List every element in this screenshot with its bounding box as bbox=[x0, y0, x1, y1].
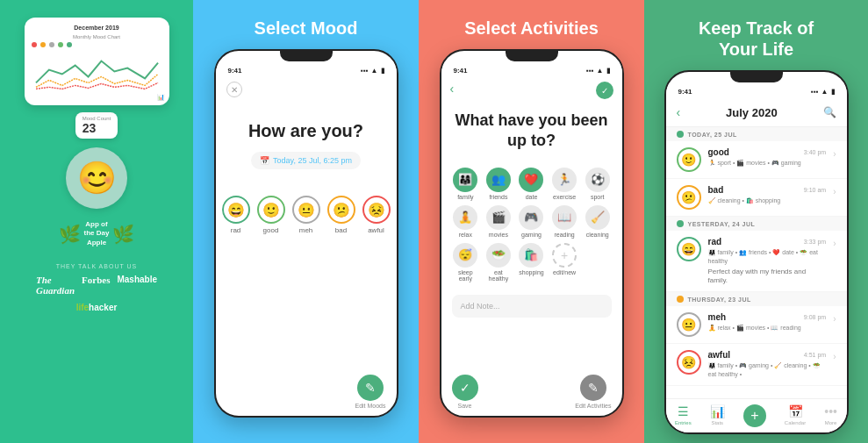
activity-sport[interactable]: ⚽ sport bbox=[584, 168, 612, 200]
nav-more[interactable]: ••• More bbox=[824, 404, 837, 427]
entry-meh[interactable]: 😐 meh 9:08 pm 🧘 relax • 🎬 movies • 📖 rea… bbox=[666, 306, 847, 344]
mood-emoji-awful[interactable]: 😣 bbox=[362, 196, 391, 224]
activity-date[interactable]: ❤️ date bbox=[518, 168, 546, 200]
mood-emoji-meh[interactable]: 😐 bbox=[292, 196, 320, 224]
activity-icon-movies[interactable]: 🎬 bbox=[486, 205, 511, 230]
entry-time-bad: 9:10 am bbox=[804, 187, 826, 193]
signal-icon-3: ▪▪▪ bbox=[586, 67, 594, 75]
activity-icon-reading[interactable]: 📖 bbox=[552, 205, 577, 230]
chart-icon-bar: 📊 bbox=[157, 94, 165, 101]
back-button[interactable]: ‹ bbox=[450, 82, 455, 96]
thursday-dot bbox=[677, 296, 684, 303]
journal-month-text: July 2020 bbox=[726, 106, 778, 119]
entry-time-awful: 4:51 pm bbox=[804, 352, 826, 358]
activity-label-movies: movies bbox=[489, 232, 508, 238]
entry-chevron-bad: › bbox=[833, 187, 836, 196]
activities-content: ‹ ✓ What have you been up to? 👨‍👩‍👧 fami… bbox=[441, 77, 622, 416]
more-label: More bbox=[825, 420, 837, 425]
edit-moods-circle[interactable]: ✎ bbox=[357, 375, 384, 401]
edit-activities-icon[interactable]: ✎ bbox=[580, 375, 606, 401]
panel4-title: Keep Track ofYour Life bbox=[699, 18, 814, 60]
check-button[interactable]: ✓ bbox=[596, 82, 613, 99]
activity-icon-friends[interactable]: 👥 bbox=[486, 168, 511, 192]
activity-movies[interactable]: 🎬 movies bbox=[484, 205, 513, 238]
activity-icon-cleaning[interactable]: 🧹 bbox=[585, 205, 610, 230]
entry-chevron-good: › bbox=[833, 149, 836, 159]
entry-time-good: 3:40 pm bbox=[804, 149, 826, 155]
activity-shopping[interactable]: 🛍️ shopping bbox=[518, 243, 546, 282]
edit-moods-text: Edit Moods bbox=[355, 403, 385, 409]
nav-calendar[interactable]: 📅 Calendar bbox=[785, 404, 806, 427]
activity-add-icon[interactable]: + bbox=[552, 243, 577, 268]
activity-icon-date[interactable]: ❤️ bbox=[519, 168, 543, 192]
activity-icon-shopping[interactable]: 🛍️ bbox=[519, 243, 543, 268]
phone-mockup-journal: 9:41 ▪▪▪ ▲ ▮ ‹ July 2020 🔍 TODAY, 25 JUL… bbox=[664, 70, 849, 434]
add-icon[interactable]: + bbox=[743, 404, 766, 427]
mood-options[interactable]: 😄 rad 🙂 good 😐 meh 😕 bad 😣 awful bbox=[222, 196, 391, 234]
activity-reading[interactable]: 📖 reading bbox=[550, 205, 578, 238]
activity-family[interactable]: 👨‍👩‍👧 family bbox=[452, 168, 480, 200]
mood-meh[interactable]: 😐 meh bbox=[292, 196, 320, 234]
guardian-logo: TheGuardian bbox=[36, 275, 75, 296]
entry-tags-bad: 🧹 cleaning • 🛍️ shopping bbox=[708, 196, 827, 205]
activity-icon-exercise[interactable]: 🏃 bbox=[552, 168, 577, 192]
mood-emoji-good[interactable]: 🙂 bbox=[257, 196, 285, 224]
mood-rad[interactable]: 😄 rad bbox=[222, 196, 250, 234]
panel-select-mood: Select Mood 9:41 ▪▪▪ ▲ ▮ ✕ How are you? … bbox=[193, 0, 419, 443]
nav-stats[interactable]: 📊 Stats bbox=[710, 404, 725, 427]
entry-chevron-awful: › bbox=[833, 352, 836, 361]
save-action[interactable]: ✓ Save bbox=[452, 375, 478, 409]
activity-eat[interactable]: 🥗 eat healthy bbox=[484, 243, 513, 282]
mood-bad[interactable]: 😕 bad bbox=[327, 196, 355, 234]
activity-add-new[interactable]: + edit/new bbox=[550, 243, 578, 282]
close-button[interactable]: ✕ bbox=[226, 82, 242, 97]
activities-bottom-actions: ✓ Save ✎ Edit Activities bbox=[452, 375, 612, 409]
edit-activities-action[interactable]: ✎ Edit Activities bbox=[575, 375, 611, 409]
activity-icon-sleep[interactable]: 😴 bbox=[453, 243, 477, 268]
journal-header: ‹ July 2020 🔍 bbox=[666, 98, 847, 127]
activity-exercise[interactable]: 🏃 exercise bbox=[550, 168, 578, 200]
entry-tags-awful: 👨‍👩‍👧 family • 🎮 gaming • 🧹 cleaning • 🥗… bbox=[708, 361, 827, 379]
activities-grid[interactable]: 👨‍👩‍👧 family 👥 friends ❤️ date 🏃 exercis… bbox=[452, 168, 612, 282]
entry-rad[interactable]: 😄 rad 3:33 pm 👨‍👩‍👧 family • 👥 friends •… bbox=[666, 231, 847, 292]
entry-tags-meh: 🧘 relax • 🎬 movies • 📖 reading bbox=[708, 324, 827, 332]
save-circle-icon[interactable]: ✓ bbox=[452, 375, 478, 401]
entry-awful[interactable]: 😣 awful 4:51 pm 👨‍👩‍👧 family • 🎮 gaming … bbox=[666, 344, 847, 386]
mood-good[interactable]: 🙂 good bbox=[257, 196, 285, 234]
activity-relax[interactable]: 🧘 relax bbox=[452, 205, 480, 238]
nav-add[interactable]: + bbox=[743, 404, 766, 427]
mood-count-number: 23 bbox=[82, 121, 111, 135]
entry-emoji-meh: 😐 bbox=[677, 312, 701, 337]
prev-month-button[interactable]: ‹ bbox=[677, 105, 681, 119]
add-note-field[interactable]: Add Note... bbox=[452, 295, 612, 318]
activity-label-friends: friends bbox=[489, 194, 507, 200]
activity-gaming[interactable]: 🎮 gaming bbox=[518, 205, 546, 238]
entry-good[interactable]: 🙂 good 3:40 pm 🏃 sport • 🎬 movies • 🎮 ga… bbox=[666, 141, 847, 179]
status-icons-mood: ▪▪▪ ▲ ▮ bbox=[361, 67, 384, 75]
mood-emoji-rad[interactable]: 😄 bbox=[222, 196, 250, 224]
activity-icon-eat[interactable]: 🥗 bbox=[486, 243, 511, 268]
entry-top-meh: meh 9:08 pm bbox=[708, 312, 827, 322]
more-icon: ••• bbox=[824, 404, 837, 418]
activity-icon-family[interactable]: 👨‍👩‍👧 bbox=[453, 168, 477, 192]
activity-label-date: date bbox=[526, 194, 538, 200]
edit-moods-button[interactable]: ✎ Edit Moods bbox=[355, 375, 385, 409]
status-bar-activities: 9:41 ▪▪▪ ▲ ▮ bbox=[441, 61, 622, 77]
mood-emoji-bad[interactable]: 😕 bbox=[327, 196, 355, 224]
mood-awful[interactable]: 😣 awful bbox=[362, 196, 391, 234]
status-time-activities: 9:41 bbox=[454, 67, 468, 75]
entry-bad[interactable]: 😕 bad 9:10 am 🧹 cleaning • 🛍️ shopping › bbox=[666, 179, 847, 217]
phone-notch-activities bbox=[506, 51, 558, 61]
activity-icon-sport[interactable]: ⚽ bbox=[585, 168, 610, 192]
activity-friends[interactable]: 👥 friends bbox=[484, 168, 513, 200]
calendar-label: Calendar bbox=[785, 420, 806, 425]
activity-icon-gaming[interactable]: 🎮 bbox=[519, 205, 543, 230]
journal-search-button[interactable]: 🔍 bbox=[823, 106, 836, 118]
nav-entries[interactable]: ☰ Entries bbox=[675, 404, 692, 427]
activity-cleaning[interactable]: 🧹 cleaning bbox=[584, 205, 612, 238]
laurel-left-icon: 🌿 bbox=[59, 224, 81, 245]
panel-green: December 2019 Monthly Mood Chart 📊 Mood … bbox=[0, 0, 193, 443]
activity-sleep[interactable]: 😴 sleep early bbox=[452, 243, 480, 282]
entry-emoji-awful: 😣 bbox=[677, 350, 701, 375]
activity-icon-relax[interactable]: 🧘 bbox=[453, 205, 477, 230]
